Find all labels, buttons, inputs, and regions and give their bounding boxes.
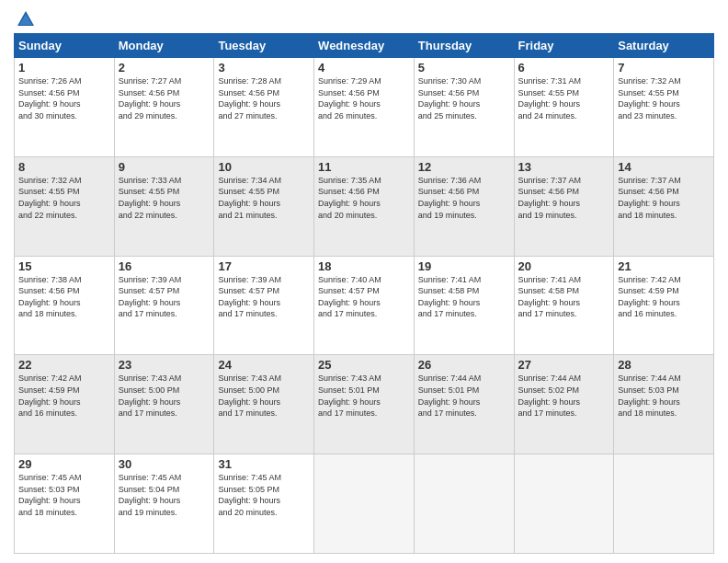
day-info: Sunrise: 7:44 AM Sunset: 5:02 PM Dayligh…	[518, 373, 610, 419]
day-cell-4: 4Sunrise: 7:29 AM Sunset: 4:56 PM Daylig…	[314, 58, 415, 157]
day-number: 20	[518, 259, 610, 273]
day-number: 6	[518, 61, 610, 75]
week-row-2: 8Sunrise: 7:32 AM Sunset: 4:55 PM Daylig…	[15, 156, 714, 256]
day-cell-7: 7Sunrise: 7:32 AM Sunset: 4:55 PM Daylig…	[614, 58, 714, 157]
day-info: Sunrise: 7:35 AM Sunset: 4:56 PM Dayligh…	[318, 175, 410, 221]
day-cell-9: 9Sunrise: 7:33 AM Sunset: 4:55 PM Daylig…	[114, 156, 214, 256]
day-info: Sunrise: 7:31 AM Sunset: 4:55 PM Dayligh…	[518, 75, 610, 121]
col-header-friday: Friday	[514, 34, 614, 58]
col-header-thursday: Thursday	[414, 34, 514, 58]
day-number: 5	[418, 61, 510, 75]
day-number: 19	[418, 259, 510, 273]
week-row-5: 29Sunrise: 7:45 AM Sunset: 5:03 PM Dayli…	[15, 454, 714, 554]
day-info: Sunrise: 7:43 AM Sunset: 5:01 PM Dayligh…	[318, 373, 410, 419]
day-number: 4	[318, 61, 410, 75]
day-info: Sunrise: 7:26 AM Sunset: 4:56 PM Dayligh…	[18, 75, 110, 121]
day-number: 14	[618, 160, 710, 174]
day-number: 10	[218, 160, 310, 174]
day-number: 16	[119, 259, 210, 273]
day-cell-31: 31Sunrise: 7:45 AM Sunset: 5:05 PM Dayli…	[214, 454, 314, 554]
day-number: 29	[18, 457, 110, 471]
day-number: 11	[318, 160, 410, 174]
day-cell-21: 21Sunrise: 7:42 AM Sunset: 4:59 PM Dayli…	[614, 256, 714, 355]
week-row-1: 1Sunrise: 7:26 AM Sunset: 4:56 PM Daylig…	[15, 58, 714, 157]
day-info: Sunrise: 7:39 AM Sunset: 4:57 PM Dayligh…	[119, 274, 210, 320]
week-row-3: 15Sunrise: 7:38 AM Sunset: 4:56 PM Dayli…	[15, 256, 714, 355]
day-info: Sunrise: 7:42 AM Sunset: 4:59 PM Dayligh…	[18, 373, 110, 419]
day-cell-29: 29Sunrise: 7:45 AM Sunset: 5:03 PM Dayli…	[15, 454, 115, 554]
calendar-table: SundayMondayTuesdayWednesdayThursdayFrid…	[14, 33, 714, 554]
day-number: 2	[119, 61, 210, 75]
day-cell-11: 11Sunrise: 7:35 AM Sunset: 4:56 PM Dayli…	[314, 156, 415, 256]
empty-cell	[614, 454, 714, 554]
day-cell-10: 10Sunrise: 7:34 AM Sunset: 4:55 PM Dayli…	[214, 156, 314, 256]
day-cell-27: 27Sunrise: 7:44 AM Sunset: 5:02 PM Dayli…	[514, 355, 614, 454]
empty-cell	[314, 454, 415, 554]
day-info: Sunrise: 7:28 AM Sunset: 4:56 PM Dayligh…	[218, 75, 310, 121]
day-number: 31	[218, 457, 310, 471]
day-info: Sunrise: 7:45 AM Sunset: 5:05 PM Dayligh…	[218, 472, 310, 518]
logo	[14, 9, 36, 26]
day-info: Sunrise: 7:42 AM Sunset: 4:59 PM Dayligh…	[618, 274, 710, 320]
day-info: Sunrise: 7:43 AM Sunset: 5:00 PM Dayligh…	[218, 373, 310, 419]
col-header-monday: Monday	[114, 34, 214, 58]
day-cell-28: 28Sunrise: 7:44 AM Sunset: 5:03 PM Dayli…	[614, 355, 714, 454]
day-info: Sunrise: 7:45 AM Sunset: 5:03 PM Dayligh…	[18, 472, 110, 518]
calendar-page: SundayMondayTuesdayWednesdayThursdayFrid…	[0, 0, 728, 563]
week-row-4: 22Sunrise: 7:42 AM Sunset: 4:59 PM Dayli…	[15, 355, 714, 454]
day-info: Sunrise: 7:37 AM Sunset: 4:56 PM Dayligh…	[518, 175, 610, 221]
header-row: SundayMondayTuesdayWednesdayThursdayFrid…	[15, 34, 714, 58]
day-number: 28	[618, 358, 710, 372]
day-number: 22	[18, 358, 110, 372]
day-cell-16: 16Sunrise: 7:39 AM Sunset: 4:57 PM Dayli…	[114, 256, 214, 355]
day-cell-30: 30Sunrise: 7:45 AM Sunset: 5:04 PM Dayli…	[114, 454, 214, 554]
day-info: Sunrise: 7:36 AM Sunset: 4:56 PM Dayligh…	[418, 175, 510, 221]
day-number: 25	[318, 358, 410, 372]
day-number: 7	[618, 61, 710, 75]
day-info: Sunrise: 7:32 AM Sunset: 4:55 PM Dayligh…	[618, 75, 710, 121]
day-number: 27	[518, 358, 610, 372]
day-info: Sunrise: 7:41 AM Sunset: 4:58 PM Dayligh…	[518, 274, 610, 320]
day-info: Sunrise: 7:34 AM Sunset: 4:55 PM Dayligh…	[218, 175, 310, 221]
day-info: Sunrise: 7:44 AM Sunset: 5:03 PM Dayligh…	[618, 373, 710, 419]
col-header-tuesday: Tuesday	[214, 34, 314, 58]
day-info: Sunrise: 7:41 AM Sunset: 4:58 PM Dayligh…	[418, 274, 510, 320]
day-cell-17: 17Sunrise: 7:39 AM Sunset: 4:57 PM Dayli…	[214, 256, 314, 355]
day-cell-13: 13Sunrise: 7:37 AM Sunset: 4:56 PM Dayli…	[514, 156, 614, 256]
day-number: 18	[318, 259, 410, 273]
day-cell-25: 25Sunrise: 7:43 AM Sunset: 5:01 PM Dayli…	[314, 355, 415, 454]
day-number: 21	[618, 259, 710, 273]
day-cell-2: 2Sunrise: 7:27 AM Sunset: 4:56 PM Daylig…	[114, 58, 214, 157]
day-number: 1	[18, 61, 110, 75]
day-number: 26	[418, 358, 510, 372]
header	[14, 9, 714, 26]
col-header-sunday: Sunday	[15, 34, 115, 58]
day-number: 24	[218, 358, 310, 372]
day-info: Sunrise: 7:40 AM Sunset: 4:57 PM Dayligh…	[318, 274, 410, 320]
empty-cell	[414, 454, 514, 554]
empty-cell	[514, 454, 614, 554]
day-number: 8	[18, 160, 110, 174]
day-cell-12: 12Sunrise: 7:36 AM Sunset: 4:56 PM Dayli…	[414, 156, 514, 256]
col-header-saturday: Saturday	[614, 34, 714, 58]
day-number: 23	[119, 358, 210, 372]
day-cell-18: 18Sunrise: 7:40 AM Sunset: 4:57 PM Dayli…	[314, 256, 415, 355]
day-info: Sunrise: 7:44 AM Sunset: 5:01 PM Dayligh…	[418, 373, 510, 419]
day-cell-20: 20Sunrise: 7:41 AM Sunset: 4:58 PM Dayli…	[514, 256, 614, 355]
day-cell-19: 19Sunrise: 7:41 AM Sunset: 4:58 PM Dayli…	[414, 256, 514, 355]
day-number: 3	[218, 61, 310, 75]
day-number: 17	[218, 259, 310, 273]
day-info: Sunrise: 7:33 AM Sunset: 4:55 PM Dayligh…	[119, 175, 210, 221]
day-info: Sunrise: 7:39 AM Sunset: 4:57 PM Dayligh…	[218, 274, 310, 320]
day-number: 9	[119, 160, 210, 174]
day-number: 12	[418, 160, 510, 174]
day-cell-26: 26Sunrise: 7:44 AM Sunset: 5:01 PM Dayli…	[414, 355, 514, 454]
day-info: Sunrise: 7:27 AM Sunset: 4:56 PM Dayligh…	[119, 75, 210, 121]
day-info: Sunrise: 7:43 AM Sunset: 5:00 PM Dayligh…	[119, 373, 210, 419]
day-info: Sunrise: 7:30 AM Sunset: 4:56 PM Dayligh…	[418, 75, 510, 121]
day-info: Sunrise: 7:38 AM Sunset: 4:56 PM Dayligh…	[18, 274, 110, 320]
day-cell-3: 3Sunrise: 7:28 AM Sunset: 4:56 PM Daylig…	[214, 58, 314, 157]
day-cell-5: 5Sunrise: 7:30 AM Sunset: 4:56 PM Daylig…	[414, 58, 514, 157]
day-number: 13	[518, 160, 610, 174]
day-cell-6: 6Sunrise: 7:31 AM Sunset: 4:55 PM Daylig…	[514, 58, 614, 157]
